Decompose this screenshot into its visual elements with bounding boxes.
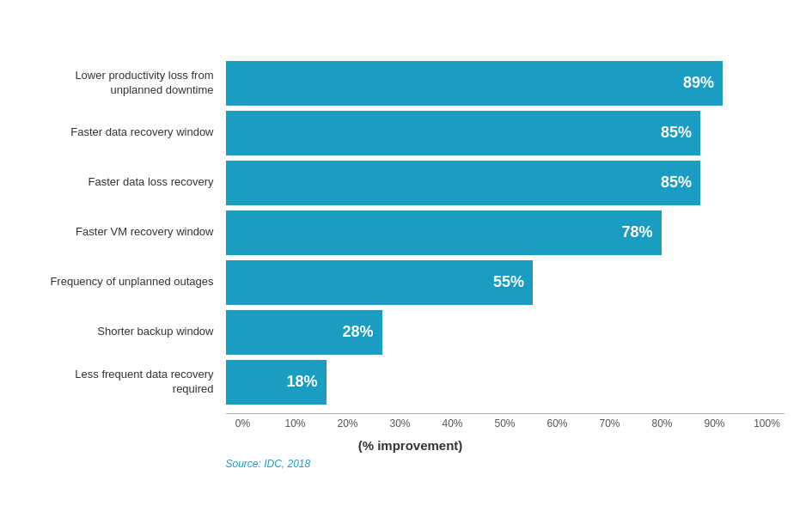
x-axis-tick-label: 30% [383,417,418,429]
bar-percentage: 85% [661,124,692,142]
x-axis-tick-label: 10% [278,417,313,429]
bar-row: Faster VM recovery window78% [37,210,785,255]
bar-fill: 85% [226,111,701,155]
bar-fill: 89% [226,61,723,106]
bar-percentage: 85% [661,174,692,192]
bar-fill: 28% [226,310,382,355]
bar-row: Less frequent data recovery required18% [37,360,785,405]
bar-track: 78% [226,210,785,255]
bar-label: Lower productivity loss fromunplanned do… [37,69,226,98]
source-text: Source: IDC, 2018 [226,458,785,470]
x-axis-tick-label: 70% [593,417,627,429]
bar-percentage: 55% [493,273,524,291]
bar-track: 89% [226,61,785,106]
x-axis-tick-label: 20% [331,417,365,429]
x-axis-tick-label: 60% [540,417,575,429]
bar-track: 28% [226,310,785,355]
bar-track: 18% [226,360,785,405]
bar-label: Frequency of unplanned outages [37,275,226,289]
x-axis-tick-label: 40% [436,417,470,429]
x-axis-tick-label: 0% [226,417,260,429]
chart-container: Lower productivity loss fromunplanned do… [20,44,793,487]
bar-fill: 55% [226,260,534,305]
bar-percentage: 28% [342,323,373,341]
bar-fill: 85% [226,161,701,205]
x-axis-line [226,413,785,414]
x-axis-tick-label: 80% [645,417,680,429]
chart-area: Lower productivity loss fromunplanned do… [37,61,785,410]
bar-row: Faster data recovery window85% [37,111,785,155]
x-axis-tick-label: 90% [698,417,732,429]
bar-row: Lower productivity loss fromunplanned do… [37,61,785,106]
x-axis-labels: 0%10%20%30%40%50%60%70%80%90%100% [226,417,785,429]
bar-row: Frequency of unplanned outages55% [37,260,785,305]
bar-label: Faster data recovery window [37,125,226,140]
bar-label: Faster data loss recovery [37,175,226,190]
bar-row: Faster data loss recovery85% [37,161,785,205]
bar-row: Shorter backup window28% [37,310,785,355]
x-axis-tick-label: 50% [488,417,522,429]
x-axis-title: (% improvement) [37,438,785,453]
bar-label: Shorter backup window [37,325,226,339]
bar-track: 55% [226,260,785,305]
bar-percentage: 89% [683,74,714,92]
x-axis-tick-label: 100% [750,417,785,429]
bar-percentage: 18% [286,373,317,391]
bar-label: Faster VM recovery window [37,225,226,240]
bar-label: Less frequent data recovery required [37,368,226,397]
bar-track: 85% [226,161,785,205]
bar-fill: 18% [226,360,327,405]
bar-fill: 78% [226,210,662,255]
bar-track: 85% [226,111,785,155]
bar-percentage: 78% [621,223,652,241]
